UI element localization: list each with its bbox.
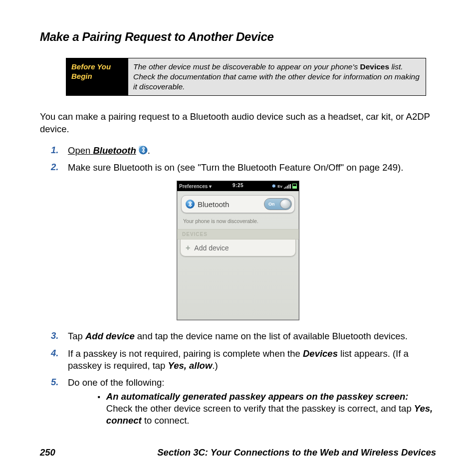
phone-status-bar: Preferences ▾ 9:25 ✱ Ev (177, 181, 299, 191)
page-footer: 250 Section 3C: Your Connections to the … (40, 447, 436, 458)
signal-bars-icon (284, 184, 291, 189)
callout-body: The other device must be discoverable to… (128, 58, 426, 95)
s5-text: Do one of the following: (68, 377, 164, 388)
yes-allow-emph: Yes, allow (168, 360, 213, 371)
step-list: 1. Open Bluetooth . 2. Make sure Bluetoo… (51, 145, 436, 174)
bluetooth-toggle-row[interactable]: Bluetooth On (181, 195, 295, 213)
status-bt-mini-icon: ✱ (272, 184, 276, 189)
step-text: If a passkey is not required, pairing is… (68, 348, 436, 372)
callout-devices-word: Devices (360, 62, 389, 71)
step-text: Make sure Bluetooth is on (see "Turn the… (68, 162, 403, 174)
bullet-lead: An automatically generated passkey appea… (106, 391, 409, 402)
step-text: Do one of the following: An automaticall… (68, 377, 436, 431)
status-signal-type: Ev (277, 184, 282, 189)
before-you-begin-callout: Before You Begin The other device must b… (66, 58, 426, 96)
callout-label: Before You Begin (66, 58, 128, 95)
bluetooth-toggle[interactable]: On (264, 198, 292, 210)
plus-icon: + (186, 243, 190, 252)
bluetooth-row-label: Bluetooth (186, 200, 229, 209)
step-number: 2. (51, 162, 68, 174)
discoverable-text: Your phone is now discoverable. (183, 218, 294, 224)
s3c: and tap the device name on the list of a… (135, 331, 408, 341)
bullet-rest-c: to connect. (142, 415, 190, 426)
toggle-knob (280, 199, 291, 209)
page-number: 250 (40, 447, 55, 458)
battery-icon (292, 184, 297, 189)
bluetooth-icon (139, 146, 148, 155)
step-text: Tap Add device and tap the device name o… (68, 330, 408, 342)
step-number: 1. (51, 145, 68, 157)
bluetooth-label-text: Bluetooth (198, 200, 229, 209)
s4e: .) (212, 360, 218, 371)
section-label: Section 3C: Your Connections to the Web … (157, 447, 436, 458)
toggle-on-label: On (268, 202, 275, 207)
add-device-label: Add device (194, 244, 229, 252)
devices-header: DEVICES (177, 229, 299, 239)
bluetooth-word: Bluetooth (93, 145, 136, 156)
status-icons: ✱ Ev (272, 184, 297, 189)
intro-paragraph: You can make a pairing request to a Blue… (40, 111, 436, 136)
step-list-continued: 3. Tap Add device and tap the device nam… (51, 330, 436, 430)
bullet-passkey-auto: An automatically generated passkey appea… (98, 391, 436, 427)
step-4: 4. If a passkey is not required, pairing… (51, 348, 436, 372)
step-2: 2. Make sure Bluetooth is on (see "Turn … (51, 162, 436, 174)
add-device-row[interactable]: + Add device (180, 239, 296, 256)
s4a: If a passkey is not required, pairing is… (68, 348, 303, 359)
open-word: Open (68, 145, 90, 156)
add-device-emph: Add device (85, 331, 135, 341)
step-number: 5. (51, 377, 68, 431)
screenshot-container: Preferences ▾ 9:25 ✱ Ev Bluetooth On You… (40, 181, 436, 320)
step-1: 1. Open Bluetooth . (51, 145, 436, 157)
callout-text-a: The other device must be discoverable to… (133, 62, 360, 71)
step-text: Open Bluetooth . (68, 145, 150, 157)
step-5: 5. Do one of the following: An automatic… (51, 377, 436, 431)
step-3: 3. Tap Add device and tap the device nam… (51, 330, 436, 342)
step1-period: . (148, 145, 150, 156)
s3a: Tap (68, 331, 85, 341)
step-number: 4. (51, 348, 68, 372)
bluetooth-row-icon (186, 200, 195, 209)
bullet-rest-a: Check the other device screen to verify … (106, 403, 414, 414)
step-number: 3. (51, 330, 68, 342)
open-link[interactable]: Open Bluetooth (68, 145, 136, 156)
devices-emph: Devices (303, 348, 338, 359)
sub-bullet-list: An automatically generated passkey appea… (98, 391, 436, 427)
phone-screenshot: Preferences ▾ 9:25 ✱ Ev Bluetooth On You… (177, 181, 299, 320)
section-title: Make a Pairing Request to Another Device (40, 30, 436, 44)
